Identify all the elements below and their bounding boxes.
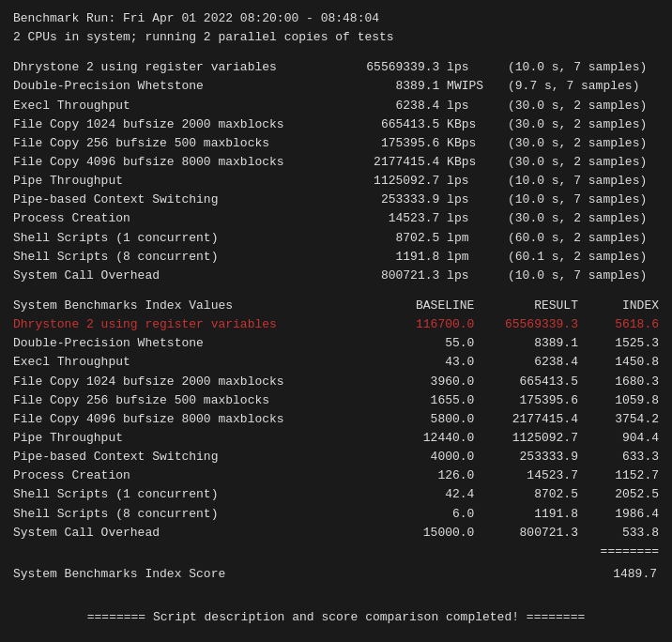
index-index: 1680.3 bbox=[578, 373, 659, 391]
perf-info: (10.0 s, 7 samples) bbox=[500, 191, 659, 209]
perf-value: 6238.4 bbox=[328, 97, 439, 115]
perf-value: 8702.5 bbox=[328, 229, 439, 248]
perf-info: (30.0 s, 2 samples) bbox=[500, 97, 659, 115]
index-header-index: INDEX bbox=[578, 297, 659, 315]
equals-separator: ======== bbox=[13, 543, 659, 561]
index-row: File Copy 256 bufsize 500 maxblocks1655.… bbox=[13, 391, 659, 410]
perf-row: Execl Throughput6238.4 lps (30.0 s, 2 sa… bbox=[13, 97, 659, 115]
index-baseline: 126.0 bbox=[371, 466, 475, 485]
perf-value: 14523.7 bbox=[328, 209, 439, 228]
perf-label: File Copy 4096 bufsize 8000 maxblocks bbox=[13, 153, 328, 172]
index-label: Process Creation bbox=[13, 466, 371, 485]
index-label: System Call Overhead bbox=[13, 524, 371, 543]
index-row: Execl Throughput43.06238.41450.8 bbox=[13, 353, 659, 372]
footer-line: ======== Script description and score co… bbox=[13, 608, 659, 627]
score-label: System Benchmarks Index Score bbox=[13, 565, 225, 584]
perf-value: 175395.6 bbox=[328, 134, 439, 153]
perf-label: File Copy 1024 bufsize 2000 maxblocks bbox=[13, 115, 328, 134]
terminal-output: Benchmark Run: Fri Apr 01 2022 08:20:00 … bbox=[13, 9, 659, 627]
perf-label: Dhrystone 2 using register variables bbox=[13, 58, 328, 77]
perf-unit: lpm bbox=[439, 248, 500, 267]
perf-info: (60.0 s, 2 samples) bbox=[500, 229, 659, 248]
index-label: Execl Throughput bbox=[13, 353, 371, 372]
index-result: 800721.3 bbox=[474, 524, 578, 543]
perf-table: Dhrystone 2 using register variables6556… bbox=[13, 58, 659, 285]
perf-unit: KBps bbox=[439, 153, 500, 172]
index-index: 904.4 bbox=[578, 429, 659, 448]
index-result: 665413.5 bbox=[474, 373, 578, 391]
perf-row: Dhrystone 2 using register variables6556… bbox=[13, 58, 659, 77]
perf-info: (10.0 s, 7 samples) bbox=[500, 58, 659, 77]
perf-unit: lps bbox=[439, 209, 500, 228]
perf-info: (30.0 s, 2 samples) bbox=[500, 209, 659, 228]
index-index: 1059.8 bbox=[578, 391, 659, 410]
index-baseline: 116700.0 bbox=[371, 315, 475, 334]
perf-label: File Copy 256 bufsize 500 maxblocks bbox=[13, 134, 328, 153]
index-result: 8389.1 bbox=[474, 334, 578, 353]
perf-unit: KBps bbox=[439, 115, 500, 134]
perf-info: (30.0 s, 2 samples) bbox=[500, 153, 659, 172]
header-line2: 2 CPUs in system; running 2 parallel cop… bbox=[13, 28, 659, 47]
perf-label: Shell Scripts (1 concurrent) bbox=[13, 229, 328, 248]
perf-label: Process Creation bbox=[13, 209, 328, 228]
perf-row: File Copy 256 bufsize 500 maxblocks17539… bbox=[13, 134, 659, 153]
perf-info: (60.1 s, 2 samples) bbox=[500, 248, 659, 267]
perf-row: Pipe-based Context Switching253333.9 lps… bbox=[13, 191, 659, 209]
index-label: Pipe Throughput bbox=[13, 429, 371, 448]
index-label: Dhrystone 2 using register variables bbox=[13, 315, 371, 334]
index-row: Shell Scripts (1 concurrent)42.48702.520… bbox=[13, 485, 659, 504]
perf-info: (9.7 s, 7 samples) bbox=[500, 77, 659, 96]
index-index: 1525.3 bbox=[578, 334, 659, 353]
perf-unit: MWIPS bbox=[439, 77, 500, 96]
perf-unit: lpm bbox=[439, 229, 500, 248]
perf-value: 253333.9 bbox=[328, 191, 439, 209]
index-header-baseline: BASELINE bbox=[371, 297, 475, 315]
header-line1: Benchmark Run: Fri Apr 01 2022 08:20:00 … bbox=[13, 9, 659, 28]
index-header-result: RESULT bbox=[474, 297, 578, 315]
index-label: Pipe-based Context Switching bbox=[13, 448, 371, 466]
index-index: 1450.8 bbox=[578, 353, 659, 372]
perf-unit: lps bbox=[439, 191, 500, 209]
perf-info: (10.0 s, 7 samples) bbox=[500, 172, 659, 191]
index-label: File Copy 256 bufsize 500 maxblocks bbox=[13, 391, 371, 410]
index-row: System Call Overhead15000.0800721.3533.8 bbox=[13, 524, 659, 543]
perf-value: 800721.3 bbox=[328, 267, 439, 285]
index-index: 633.3 bbox=[578, 448, 659, 466]
index-row: Dhrystone 2 using register variables1167… bbox=[13, 315, 659, 334]
perf-label: Shell Scripts (8 concurrent) bbox=[13, 248, 328, 267]
index-row: File Copy 1024 bufsize 2000 maxblocks396… bbox=[13, 373, 659, 391]
score-value: 1489.7 bbox=[613, 565, 659, 584]
perf-info: (10.0 s, 7 samples) bbox=[500, 267, 659, 285]
perf-value: 65569339.3 bbox=[328, 58, 439, 77]
index-baseline: 12440.0 bbox=[371, 429, 475, 448]
index-baseline: 5800.0 bbox=[371, 410, 475, 429]
index-row: File Copy 4096 bufsize 8000 maxblocks580… bbox=[13, 410, 659, 429]
index-row: Double-Precision Whetstone55.08389.11525… bbox=[13, 334, 659, 353]
index-baseline: 3960.0 bbox=[371, 373, 475, 391]
perf-info: (30.0 s, 2 samples) bbox=[500, 134, 659, 153]
index-result: 1125092.7 bbox=[474, 429, 578, 448]
index-label: File Copy 4096 bufsize 8000 maxblocks bbox=[13, 410, 371, 429]
index-index: 5618.6 bbox=[578, 315, 659, 334]
index-result: 1191.8 bbox=[474, 505, 578, 524]
index-baseline: 6.0 bbox=[371, 505, 475, 524]
index-row: Shell Scripts (8 concurrent)6.01191.8198… bbox=[13, 505, 659, 524]
index-result: 14523.7 bbox=[474, 466, 578, 485]
perf-info: (30.0 s, 2 samples) bbox=[500, 115, 659, 134]
index-baseline: 15000.0 bbox=[371, 524, 475, 543]
index-result: 8702.5 bbox=[474, 485, 578, 504]
perf-unit: KBps bbox=[439, 134, 500, 153]
index-row: Process Creation126.014523.71152.7 bbox=[13, 466, 659, 485]
index-index: 1152.7 bbox=[578, 466, 659, 485]
perf-unit: lps bbox=[439, 172, 500, 191]
index-header-label: System Benchmarks Index Values bbox=[13, 297, 371, 315]
index-index: 2052.5 bbox=[578, 485, 659, 504]
index-index: 533.8 bbox=[578, 524, 659, 543]
perf-value: 8389.1 bbox=[328, 77, 439, 96]
perf-value: 665413.5 bbox=[328, 115, 439, 134]
perf-value: 1125092.7 bbox=[328, 172, 439, 191]
score-row: System Benchmarks Index Score 1489.7 bbox=[13, 565, 659, 584]
perf-value: 2177415.4 bbox=[328, 153, 439, 172]
index-baseline: 55.0 bbox=[371, 334, 475, 353]
index-index: 3754.2 bbox=[578, 410, 659, 429]
